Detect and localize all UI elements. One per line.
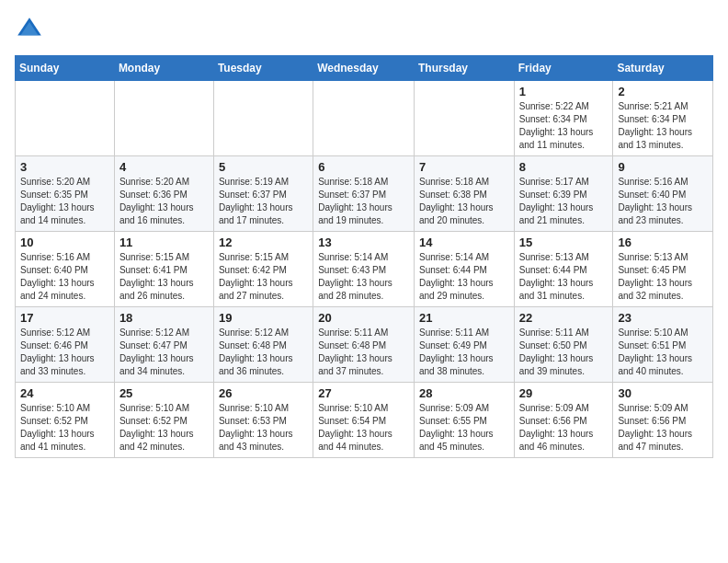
day-number: 9 bbox=[618, 160, 708, 174]
day-number: 19 bbox=[219, 311, 308, 325]
calendar-cell: 25Sunrise: 5:10 AMSunset: 6:52 PMDayligh… bbox=[114, 383, 213, 458]
day-info: Sunrise: 5:18 AMSunset: 6:38 PMDaylight:… bbox=[419, 176, 509, 227]
calendar-cell: 4Sunrise: 5:20 AMSunset: 6:36 PMDaylight… bbox=[114, 156, 213, 232]
day-number: 27 bbox=[318, 386, 409, 400]
day-number: 7 bbox=[419, 160, 509, 174]
day-info: Sunrise: 5:09 AMSunset: 6:56 PMDaylight:… bbox=[519, 402, 609, 454]
day-number: 13 bbox=[318, 236, 409, 249]
day-number: 30 bbox=[618, 386, 708, 400]
calendar-header-row: SundayMondayTuesdayWednesdayThursdayFrid… bbox=[16, 56, 713, 81]
day-number: 17 bbox=[20, 311, 109, 325]
day-info: Sunrise: 5:11 AMSunset: 6:49 PMDaylight:… bbox=[419, 327, 509, 378]
day-info: Sunrise: 5:10 AMSunset: 6:52 PMDaylight:… bbox=[119, 402, 209, 454]
calendar-cell: 20Sunrise: 5:11 AMSunset: 6:48 PMDayligh… bbox=[313, 307, 415, 383]
calendar-cell: 5Sunrise: 5:19 AMSunset: 6:37 PMDaylight… bbox=[213, 156, 313, 232]
day-info: Sunrise: 5:10 AMSunset: 6:53 PMDaylight:… bbox=[219, 402, 308, 454]
day-number: 16 bbox=[618, 236, 708, 249]
calendar-cell bbox=[114, 81, 213, 156]
day-info: Sunrise: 5:22 AMSunset: 6:34 PMDaylight:… bbox=[519, 100, 609, 152]
calendar-cell: 14Sunrise: 5:14 AMSunset: 6:44 PMDayligh… bbox=[414, 232, 514, 307]
day-number: 14 bbox=[419, 236, 509, 249]
day-number: 26 bbox=[219, 386, 308, 400]
calendar-cell: 22Sunrise: 5:11 AMSunset: 6:50 PMDayligh… bbox=[514, 307, 613, 383]
calendar-cell: 9Sunrise: 5:16 AMSunset: 6:40 PMDaylight… bbox=[613, 156, 713, 232]
day-info: Sunrise: 5:19 AMSunset: 6:37 PMDaylight:… bbox=[219, 176, 308, 227]
calendar-cell: 6Sunrise: 5:18 AMSunset: 6:37 PMDaylight… bbox=[313, 156, 415, 232]
calendar-cell: 30Sunrise: 5:09 AMSunset: 6:56 PMDayligh… bbox=[613, 383, 713, 458]
weekday-header: Thursday bbox=[414, 56, 514, 81]
calendar-cell: 29Sunrise: 5:09 AMSunset: 6:56 PMDayligh… bbox=[514, 383, 613, 458]
day-info: Sunrise: 5:13 AMSunset: 6:45 PMDaylight:… bbox=[618, 251, 708, 303]
calendar-week-row: 3Sunrise: 5:20 AMSunset: 6:35 PMDaylight… bbox=[16, 156, 713, 232]
day-number: 29 bbox=[519, 386, 609, 400]
day-number: 11 bbox=[119, 236, 209, 249]
calendar-week-row: 24Sunrise: 5:10 AMSunset: 6:52 PMDayligh… bbox=[16, 383, 713, 458]
day-number: 25 bbox=[119, 386, 209, 400]
day-number: 1 bbox=[519, 85, 609, 98]
day-info: Sunrise: 5:11 AMSunset: 6:48 PMDaylight:… bbox=[318, 327, 409, 378]
calendar-cell: 15Sunrise: 5:13 AMSunset: 6:44 PMDayligh… bbox=[514, 232, 613, 307]
day-info: Sunrise: 5:18 AMSunset: 6:37 PMDaylight:… bbox=[318, 176, 409, 227]
calendar-cell: 8Sunrise: 5:17 AMSunset: 6:39 PMDaylight… bbox=[514, 156, 613, 232]
day-number: 18 bbox=[119, 311, 209, 325]
day-info: Sunrise: 5:10 AMSunset: 6:51 PMDaylight:… bbox=[618, 327, 708, 378]
weekday-header: Tuesday bbox=[213, 56, 313, 81]
day-info: Sunrise: 5:12 AMSunset: 6:47 PMDaylight:… bbox=[119, 327, 209, 378]
calendar-cell: 16Sunrise: 5:13 AMSunset: 6:45 PMDayligh… bbox=[613, 232, 713, 307]
calendar-cell: 11Sunrise: 5:15 AMSunset: 6:41 PMDayligh… bbox=[114, 232, 213, 307]
weekday-header: Saturday bbox=[613, 56, 713, 81]
day-number: 2 bbox=[618, 85, 708, 98]
calendar-cell bbox=[313, 81, 415, 156]
calendar-cell: 26Sunrise: 5:10 AMSunset: 6:53 PMDayligh… bbox=[213, 383, 313, 458]
day-info: Sunrise: 5:10 AMSunset: 6:54 PMDaylight:… bbox=[318, 402, 409, 454]
day-number: 23 bbox=[618, 311, 708, 325]
calendar-cell: 17Sunrise: 5:12 AMSunset: 6:46 PMDayligh… bbox=[16, 307, 115, 383]
day-number: 8 bbox=[519, 160, 609, 174]
day-info: Sunrise: 5:20 AMSunset: 6:36 PMDaylight:… bbox=[119, 176, 209, 227]
calendar-cell bbox=[213, 81, 313, 156]
day-info: Sunrise: 5:11 AMSunset: 6:50 PMDaylight:… bbox=[519, 327, 609, 378]
calendar-cell: 19Sunrise: 5:12 AMSunset: 6:48 PMDayligh… bbox=[213, 307, 313, 383]
calendar-cell: 28Sunrise: 5:09 AMSunset: 6:55 PMDayligh… bbox=[414, 383, 514, 458]
page-header bbox=[15, 15, 713, 44]
day-number: 12 bbox=[219, 236, 308, 249]
day-number: 28 bbox=[419, 386, 509, 400]
day-info: Sunrise: 5:15 AMSunset: 6:42 PMDaylight:… bbox=[219, 251, 308, 303]
day-number: 24 bbox=[20, 386, 109, 400]
day-info: Sunrise: 5:17 AMSunset: 6:39 PMDaylight:… bbox=[519, 176, 609, 227]
calendar-cell: 2Sunrise: 5:21 AMSunset: 6:34 PMDaylight… bbox=[613, 81, 713, 156]
day-info: Sunrise: 5:13 AMSunset: 6:44 PMDaylight:… bbox=[519, 251, 609, 303]
day-info: Sunrise: 5:21 AMSunset: 6:34 PMDaylight:… bbox=[618, 100, 708, 152]
day-info: Sunrise: 5:10 AMSunset: 6:52 PMDaylight:… bbox=[20, 402, 109, 454]
calendar-cell: 24Sunrise: 5:10 AMSunset: 6:52 PMDayligh… bbox=[16, 383, 115, 458]
day-info: Sunrise: 5:20 AMSunset: 6:35 PMDaylight:… bbox=[20, 176, 109, 227]
weekday-header: Sunday bbox=[16, 56, 115, 81]
calendar-week-row: 17Sunrise: 5:12 AMSunset: 6:46 PMDayligh… bbox=[16, 307, 713, 383]
calendar-cell: 18Sunrise: 5:12 AMSunset: 6:47 PMDayligh… bbox=[114, 307, 213, 383]
weekday-header: Wednesday bbox=[313, 56, 415, 81]
weekday-header: Monday bbox=[114, 56, 213, 81]
day-number: 10 bbox=[20, 236, 109, 249]
calendar-cell: 3Sunrise: 5:20 AMSunset: 6:35 PMDaylight… bbox=[16, 156, 115, 232]
day-info: Sunrise: 5:09 AMSunset: 6:55 PMDaylight:… bbox=[419, 402, 509, 454]
calendar-cell: 7Sunrise: 5:18 AMSunset: 6:38 PMDaylight… bbox=[414, 156, 514, 232]
day-info: Sunrise: 5:12 AMSunset: 6:46 PMDaylight:… bbox=[20, 327, 109, 378]
day-info: Sunrise: 5:14 AMSunset: 6:43 PMDaylight:… bbox=[318, 251, 409, 303]
day-number: 5 bbox=[219, 160, 308, 174]
day-number: 6 bbox=[318, 160, 409, 174]
calendar-cell: 12Sunrise: 5:15 AMSunset: 6:42 PMDayligh… bbox=[213, 232, 313, 307]
calendar-cell: 1Sunrise: 5:22 AMSunset: 6:34 PMDaylight… bbox=[514, 81, 613, 156]
calendar-cell: 27Sunrise: 5:10 AMSunset: 6:54 PMDayligh… bbox=[313, 383, 415, 458]
calendar-week-row: 1Sunrise: 5:22 AMSunset: 6:34 PMDaylight… bbox=[16, 81, 713, 156]
calendar-cell: 13Sunrise: 5:14 AMSunset: 6:43 PMDayligh… bbox=[313, 232, 415, 307]
calendar-cell bbox=[414, 81, 514, 156]
calendar-week-row: 10Sunrise: 5:16 AMSunset: 6:40 PMDayligh… bbox=[16, 232, 713, 307]
day-info: Sunrise: 5:16 AMSunset: 6:40 PMDaylight:… bbox=[20, 251, 109, 303]
day-number: 22 bbox=[519, 311, 609, 325]
calendar-cell: 21Sunrise: 5:11 AMSunset: 6:49 PMDayligh… bbox=[414, 307, 514, 383]
weekday-header: Friday bbox=[514, 56, 613, 81]
day-number: 20 bbox=[318, 311, 409, 325]
day-info: Sunrise: 5:15 AMSunset: 6:41 PMDaylight:… bbox=[119, 251, 209, 303]
calendar-cell: 10Sunrise: 5:16 AMSunset: 6:40 PMDayligh… bbox=[16, 232, 115, 307]
calendar-cell bbox=[16, 81, 115, 156]
